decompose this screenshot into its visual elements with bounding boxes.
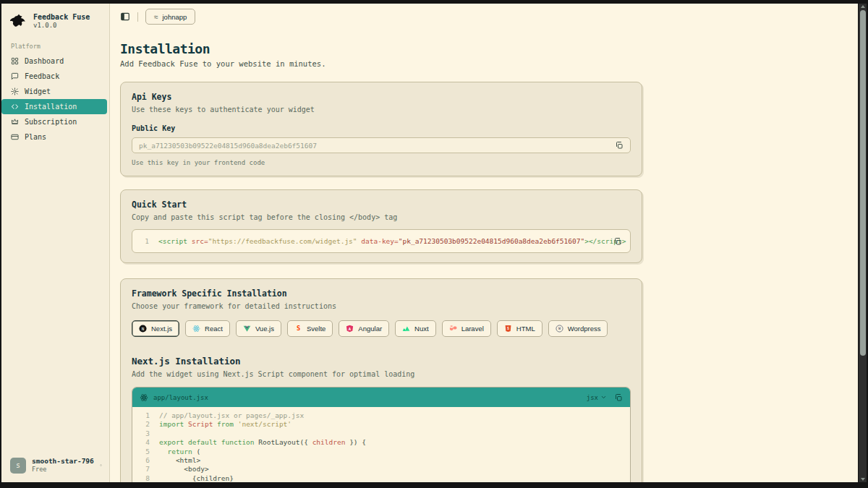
sidebar: Feedback Fuse v1.0.0 Platform DashboardF…: [1, 4, 110, 482]
scrollbar-down-arrow[interactable]: [861, 478, 865, 481]
sidebar-nav: DashboardFeedbackWidgetInstallationSubsc…: [1, 53, 109, 145]
app-window: Feedback Fuse v1.0.0 Platform DashboardF…: [1, 4, 858, 482]
quick-start-title: Quick Start: [132, 200, 631, 210]
sidebar-item-dashboard[interactable]: Dashboard: [1, 53, 109, 69]
main-area: ≈ johnapp Installation Add Feedback Fuse…: [110, 4, 858, 482]
api-keys-description: Use these keys to authenticate your widg…: [132, 106, 631, 114]
framework-label: React: [205, 325, 223, 333]
line-number: 3: [132, 429, 150, 438]
code-icon: [11, 103, 19, 111]
sidebar-item-label: Feedback: [25, 72, 59, 80]
framework-label: Angular: [358, 325, 382, 333]
dashboard-icon: [11, 57, 19, 65]
quick-start-snippet: 1 <script src="https://feedbackfuse.com/…: [132, 229, 631, 253]
sidebar-user-menu[interactable]: s smooth-star-796 Free: [1, 450, 109, 482]
vue-icon: [243, 325, 251, 333]
public-key-field[interactable]: pk_a71230503b09522e04815d960a8dea2eb6f51…: [132, 137, 631, 153]
public-key-value: pk_a71230503b09522e04815d960a8dea2eb6f51…: [139, 142, 615, 150]
framework-button-nuxt[interactable]: Nuxt: [395, 320, 436, 337]
copy-icon[interactable]: [615, 141, 624, 150]
framework-card: Framework Specific Installation Choose y…: [120, 278, 642, 482]
language-select[interactable]: jsx: [587, 394, 607, 401]
framework-label: Nuxt: [414, 325, 429, 333]
public-key-label: Public Key: [132, 124, 631, 132]
brand-name: Feedback Fuse: [33, 13, 90, 22]
framework-button-vue-js[interactable]: Vue.js: [236, 320, 281, 337]
code-line: 7 <body>: [132, 465, 630, 474]
line-number: 6: [132, 456, 150, 465]
brand-row: Feedback Fuse v1.0.0: [1, 4, 109, 34]
chevron-down-icon: [600, 394, 607, 401]
code-block-header: app/layout.jsx jsx: [132, 388, 630, 407]
scrollbar-thumb[interactable]: [860, 10, 866, 356]
svg-text:S: S: [297, 325, 300, 332]
framework-description: Choose your framework for detailed instr…: [132, 302, 631, 310]
workspace-button[interactable]: ≈ johnapp: [145, 9, 195, 25]
sidebar-item-plans[interactable]: Plans: [1, 129, 109, 145]
framework-button-angular[interactable]: AAngular: [339, 320, 389, 337]
line-number: 5: [132, 448, 150, 456]
copy-icon[interactable]: [613, 237, 622, 246]
svg-text:N: N: [142, 326, 145, 331]
react-file-icon: [140, 393, 148, 402]
sidebar-item-subscription[interactable]: Subscription: [1, 114, 109, 129]
workspace-name: johnapp: [163, 13, 187, 21]
feedback-fuse-logo-icon: [10, 12, 27, 30]
sidebar-item-widget[interactable]: Widget: [1, 84, 109, 99]
topbar-divider: [137, 12, 138, 22]
line-number: 7: [132, 465, 150, 474]
framework-button-svelte[interactable]: SSvelte: [287, 320, 333, 337]
react-icon: [192, 325, 200, 333]
framework-title: Framework Specific Installation: [132, 288, 631, 299]
framework-button-html[interactable]: 5HTML: [497, 320, 542, 337]
framework-button-next-js[interactable]: NNext.js: [132, 320, 179, 337]
svg-text:5: 5: [507, 326, 509, 330]
framework-label: Laravel: [461, 325, 484, 333]
page-content: Installation Add Feedback Fuse to your w…: [110, 30, 650, 482]
framework-button-wordpress[interactable]: WWordpress: [548, 320, 608, 337]
feedback-icon: [11, 72, 19, 80]
angular-icon: A: [346, 325, 354, 333]
sidebar-item-installation[interactable]: Installation: [1, 99, 107, 114]
framework-label: Vue.js: [255, 325, 274, 333]
scrollbar-up-arrow[interactable]: [861, 5, 865, 8]
sidebar-item-feedback[interactable]: Feedback: [1, 69, 109, 84]
language-value: jsx: [587, 394, 598, 401]
line-number: 1: [140, 237, 149, 245]
page-scrollbar[interactable]: [859, 4, 867, 482]
code-line: 5 return (: [132, 448, 630, 456]
framework-button-laravel[interactable]: Laravel: [442, 320, 491, 337]
line-number: 2: [132, 420, 150, 429]
laravel-icon: [449, 325, 457, 333]
nuxt-icon: [402, 325, 410, 333]
code-line: 1// app/layout.jsx or pages/_app.jsx: [132, 411, 630, 420]
api-keys-card: Api Keys Use these keys to authenticate …: [120, 82, 642, 176]
snippet-code: <script src="https://feedbackfuse.com/wi…: [158, 237, 626, 245]
line-number: 1: [132, 411, 150, 420]
copy-icon[interactable]: [614, 393, 623, 402]
public-key-helper: Use this key in your frontend code: [132, 159, 631, 166]
brand-version: v1.0.0: [33, 22, 90, 30]
sidebar-toggle-icon[interactable]: [120, 12, 130, 22]
user-plan-badge: Free: [32, 466, 94, 474]
html5-icon: 5: [504, 325, 512, 333]
api-keys-title: Api Keys: [132, 92, 631, 102]
topbar: ≈ johnapp: [110, 4, 858, 30]
sidebar-section-label: Platform: [1, 34, 109, 53]
quick-start-description: Copy and paste this script tag before th…: [132, 213, 631, 221]
framework-label: HTML: [516, 325, 535, 333]
svelte-icon: S: [294, 325, 302, 333]
nextjs-section-description: Add the widget using Next.js Script comp…: [132, 370, 631, 378]
framework-button-react[interactable]: React: [185, 320, 230, 337]
page-title: Installation: [120, 41, 650, 56]
code-filename: app/layout.jsx: [153, 394, 208, 401]
line-number: 4: [132, 438, 150, 447]
framework-button-row: NNext.jsReactVue.jsSSvelteAAngularNuxtLa…: [132, 320, 631, 337]
code-block-body: 1// app/layout.jsx or pages/_app.jsx2imp…: [132, 407, 630, 482]
gear-icon: [11, 87, 19, 95]
sidebar-item-label: Plans: [25, 133, 46, 141]
nextjs-section-title: Next.js Installation: [132, 356, 631, 367]
framework-label: Wordpress: [568, 325, 601, 333]
line-number: 8: [132, 474, 150, 482]
sidebar-item-label: Installation: [25, 103, 77, 111]
